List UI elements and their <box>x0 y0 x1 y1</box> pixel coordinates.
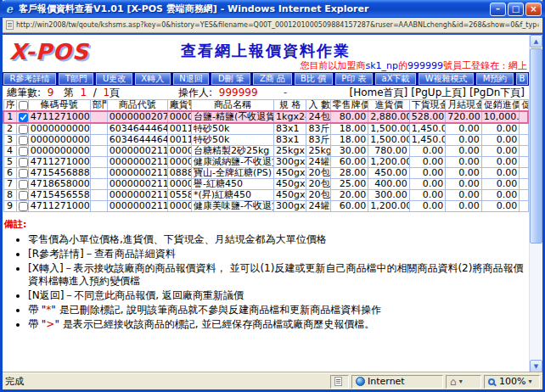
cell: 特砂50k <box>191 135 273 146</box>
column-header-12: 月結現金 <box>446 100 481 112</box>
toolbar-button-2[interactable]: T部門 <box>59 73 93 85</box>
toolbar-button-7[interactable]: Z商 品 <box>253 73 291 85</box>
cell: 24罐 <box>306 201 330 212</box>
cell <box>90 168 107 179</box>
cell <box>520 168 528 179</box>
cell-select <box>16 111 28 123</box>
table-row[interactable]: 300000000000316034644464460001198特砂50k83… <box>3 135 528 146</box>
cell-seq: 6 <box>3 168 16 179</box>
table-row[interactable]: 747186580000250000000211697000015譽-紅糖450… <box>3 179 528 190</box>
cell: 0.00 <box>446 179 481 190</box>
table-row[interactable]: 847154565588880000000211703055888*(昇)紅糖4… <box>3 190 528 201</box>
table-row[interactable]: 400000000000480000000211666000012台糖精製2砂2… <box>3 146 528 157</box>
cell-select <box>16 135 28 146</box>
row-checkbox[interactable] <box>19 158 28 167</box>
row-checkbox[interactable] <box>19 191 28 200</box>
toolbar-button-13[interactable]: B <box>516 73 528 85</box>
page-separator: / <box>93 87 97 98</box>
column-header-2: 條碼母號 <box>28 100 90 112</box>
cell <box>90 190 107 201</box>
cell <box>520 111 528 123</box>
row-checkbox[interactable] <box>19 147 28 156</box>
page-nav-link-2[interactable]: [PgUp上頁] <box>411 87 466 98</box>
cell: 25kg <box>306 146 330 157</box>
xpos-logo: X-POS <box>9 39 89 64</box>
scroll-down-button[interactable]: ▼ <box>530 360 542 372</box>
row-checkbox[interactable] <box>19 136 28 145</box>
table-row[interactable]: 547112710000900000000211673000013健康減納鹽-不… <box>3 157 528 168</box>
row-checkbox[interactable] <box>19 169 28 178</box>
cell: 60.00 <box>330 157 368 168</box>
row-checkbox[interactable] <box>19 113 28 122</box>
table-row[interactable]: 147112710000140000000207218000008台鹽-精鹽(不… <box>3 111 528 123</box>
document-icon <box>334 377 342 386</box>
page-icon <box>6 20 14 30</box>
toolbar-button-3[interactable]: U更改 <box>96 73 132 85</box>
cell: 健康美味鹽-不收退貨 <box>191 201 273 212</box>
total-count: 9 <box>48 87 54 98</box>
toolbar-button-1[interactable]: R參考詳情 <box>3 73 56 85</box>
page-nav-link-1[interactable]: [Home首頁] <box>350 87 408 98</box>
scroll-up-button[interactable]: ▲ <box>530 35 542 48</box>
minimize-button[interactable]: – <box>490 3 506 16</box>
page-prefix: 第 <box>64 87 74 98</box>
close-button[interactable]: × <box>525 3 542 16</box>
cell: 60.00 <box>330 201 368 212</box>
toolbar-button-10[interactable]: aX下載 <box>375 73 416 85</box>
url-text[interactable]: http://win2008/tw/qoute/kshsms.asp?key=0… <box>16 21 539 29</box>
scrollbar-track[interactable] <box>530 244 542 360</box>
table-row[interactable]: 947112710004720000000211710000047健康美味鹽-不… <box>3 201 528 212</box>
cell: 000008 <box>167 111 191 123</box>
cell: 1,450.00 <box>409 135 445 146</box>
toolbar-button-9[interactable]: P印 表 <box>335 73 373 85</box>
quote-table: 序條碼母號部門商品代號廠貨號商品名稱規 格入 數零售牌價進貨價下貨現金月結現金促… <box>3 99 529 212</box>
cell: 0000000211673 <box>107 157 167 168</box>
maximize-button[interactable]: □ <box>508 3 524 16</box>
select-all-checkbox[interactable] <box>19 101 28 110</box>
login-mid: 的 <box>398 60 407 71</box>
cell: 83斤 <box>306 135 330 146</box>
home-cell[interactable]: ⌂ ▾ <box>446 375 481 389</box>
row-checkbox[interactable] <box>19 202 28 211</box>
toolbar-button-12[interactable]: M預約 <box>476 73 514 85</box>
row-checkbox[interactable] <box>19 125 28 134</box>
cell: 780.00 <box>368 146 410 157</box>
page-suffix: 頁 <box>110 87 120 98</box>
page-current: 1 <box>80 87 87 98</box>
cell <box>90 123 107 135</box>
table-row[interactable]: 647154568888860000000211680088888寶山-全牌紅糖… <box>3 168 528 179</box>
cell: 0.00 <box>446 168 481 179</box>
toolbar: R參考詳情T部門U更改X轉入N退回D刪 筆Z商 品B比 價P印 表aX下載W複雜… <box>3 72 529 86</box>
toolbar-button-8[interactable]: B比 價 <box>295 73 333 85</box>
table-row[interactable]: 200000000000316034644464460001198特砂50k83… <box>3 123 528 135</box>
toolbar-button-4[interactable]: X轉入 <box>135 73 171 85</box>
cell: 18.00 <box>330 123 368 135</box>
zoom-level: 100% <box>499 376 525 387</box>
cell: 0.00 <box>481 123 520 135</box>
row-checkbox[interactable] <box>19 180 28 189</box>
login-store-id: sk1_np <box>365 60 398 71</box>
cell: 6034644464460 <box>107 123 167 135</box>
cell: 4711271000090 <box>28 157 90 168</box>
cell <box>520 123 528 135</box>
column-header-6: 商品名稱 <box>191 100 273 112</box>
operator-label: 操作人: <box>178 87 212 98</box>
note-item: 零售價為小單位價格,進貨價、下貨現金、月結現金都為大單位價格 <box>28 233 525 246</box>
cell-seq: 9 <box>3 201 16 212</box>
toolbar-button-6[interactable]: D刪 筆 <box>211 73 250 85</box>
cell: 1,500.00 <box>368 135 410 146</box>
vertical-scrollbar[interactable]: ▲ ▼ <box>529 35 542 372</box>
zoom-control[interactable]: 100% ▾ <box>484 375 540 389</box>
operator-id: 999999 <box>219 87 258 98</box>
scrollbar-thumb[interactable] <box>530 48 542 244</box>
toolbar-button-11[interactable]: W複雜模式 <box>419 73 474 85</box>
cell: 0.00 <box>446 201 481 212</box>
cell: 000015 <box>167 179 191 190</box>
cell <box>520 201 528 212</box>
toolbar-button-5[interactable]: N退回 <box>173 73 210 85</box>
cell: 0.00 <box>481 157 520 168</box>
note-item-marked: 帶 "*" 是已刪除標記, 說明該筆商品就不參與反建商品檔和更新商品檔資料操作 <box>28 304 525 316</box>
column-header-3: 部門 <box>90 100 107 112</box>
page-nav-link-3[interactable]: [PgDn下頁] <box>469 87 525 98</box>
cell-select <box>16 123 28 135</box>
